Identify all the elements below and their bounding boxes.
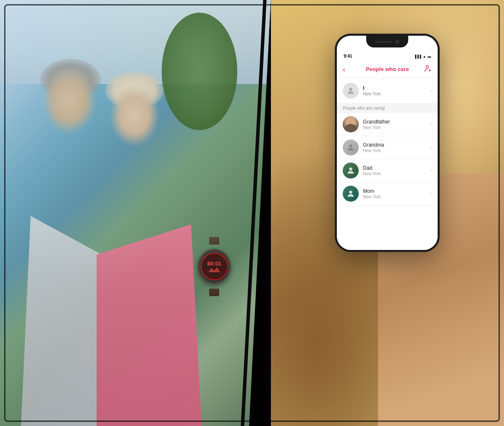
left-background: 80:01 xyxy=(0,0,271,426)
mom-info: Mom New York xyxy=(363,188,430,199)
contact-item-grandma[interactable]: Grandma New York › xyxy=(337,136,438,159)
self-row-chevron: › xyxy=(430,88,432,94)
self-avatar xyxy=(343,83,359,99)
self-user-location: New York xyxy=(363,92,430,96)
grandma-avatar-img xyxy=(343,139,359,155)
grandfather-info: Grandfather New York xyxy=(363,119,430,130)
wifi-icon: ▲ xyxy=(423,55,426,58)
svg-point-2 xyxy=(426,66,429,68)
right-photo-panel: 9:41 ▐▐▐ ▲ ▬ ‹ People who care xyxy=(271,0,504,426)
grandfather-chevron: › xyxy=(430,121,432,127)
status-time: 9:41 xyxy=(344,54,352,58)
battery-icon: ▬ xyxy=(428,55,431,58)
svg-point-3 xyxy=(349,88,352,91)
mom-avatar-icon xyxy=(346,189,355,198)
dad-avatar-icon xyxy=(346,166,355,175)
grandma-info: Grandma New York xyxy=(363,142,430,153)
page-title: People who care xyxy=(366,66,409,72)
grandma-location: New York xyxy=(363,148,430,153)
back-button[interactable]: ‹ xyxy=(343,66,345,73)
grandma-name: Grandma xyxy=(363,142,430,148)
self-user-info: I New York xyxy=(363,85,430,96)
dad-avatar-img xyxy=(343,163,359,179)
app-screen: 9:41 ▐▐▐ ▲ ▬ ‹ People who care xyxy=(337,36,438,250)
svg-point-4 xyxy=(349,145,352,147)
grandma-chevron: › xyxy=(430,145,432,150)
main-container: 80:01 xyxy=(0,0,504,426)
notch-camera xyxy=(395,39,399,44)
left-photo-panel: 80:01 xyxy=(0,0,271,426)
grandma-avatar-icon xyxy=(346,143,355,152)
mom-avatar-img xyxy=(343,186,359,202)
mom-avatar xyxy=(343,186,359,202)
self-user-row[interactable]: I New York › xyxy=(337,79,438,103)
mom-name: Mom xyxy=(363,188,430,194)
self-user-name: I xyxy=(363,85,430,91)
add-person-button[interactable] xyxy=(424,65,432,74)
grandfather-location: New York xyxy=(363,125,430,130)
dad-avatar xyxy=(343,163,359,179)
dad-chevron: › xyxy=(430,168,432,174)
status-bar: 9:41 ▐▐▐ ▲ ▬ xyxy=(337,47,438,60)
app-content: I New York › People who are caring xyxy=(337,79,438,250)
contact-item-dad[interactable]: Dad New York › xyxy=(337,159,438,182)
svg-point-5 xyxy=(349,168,352,171)
contact-item-mom[interactable]: Mom New York › xyxy=(337,182,438,205)
self-avatar-icon xyxy=(346,86,355,95)
dad-info: Dad New York xyxy=(363,165,430,176)
section-header: People who are caring xyxy=(337,103,438,113)
grandfather-photo xyxy=(343,116,359,132)
dad-name: Dad xyxy=(363,165,430,171)
phone-mockup: 9:41 ▐▐▐ ▲ ▬ ‹ People who care xyxy=(335,34,440,252)
phone-notch xyxy=(366,36,408,47)
grandma-avatar xyxy=(343,139,359,155)
svg-point-6 xyxy=(349,191,352,194)
mom-chevron: › xyxy=(430,191,432,197)
grandfather-avatar xyxy=(343,116,359,132)
signal-icon: ▐▐▐ xyxy=(414,55,421,58)
grandfather-name: Grandfather xyxy=(363,119,430,125)
contact-item-grandfather[interactable]: Grandfather New York › xyxy=(337,113,438,136)
status-icons: ▐▐▐ ▲ ▬ xyxy=(414,55,431,58)
phone-screen: 9:41 ▐▐▐ ▲ ▬ ‹ People who care xyxy=(337,36,438,250)
app-header: ‹ People who care xyxy=(337,60,438,79)
notch-speaker xyxy=(375,41,392,43)
add-person-icon xyxy=(424,65,432,72)
photo-overlay xyxy=(0,0,271,426)
mom-location: New York xyxy=(363,195,430,199)
dad-location: New York xyxy=(363,171,430,176)
